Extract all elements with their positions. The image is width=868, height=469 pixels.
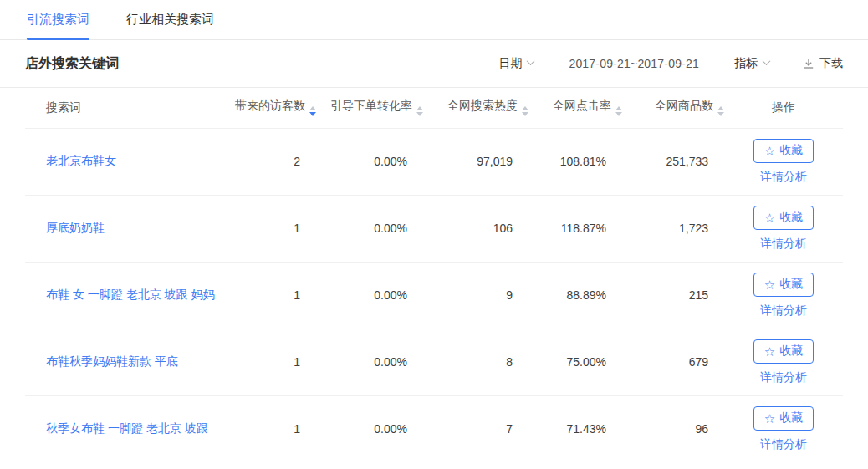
favorite-button[interactable]: ☆ 收藏	[753, 339, 814, 364]
search-heat-value: 9	[423, 262, 528, 329]
search-heat-value: 8	[423, 329, 528, 395]
tab-bar: 引流搜索词 行业相关搜索词	[0, 0, 868, 40]
conversion-rate-value: 0.00%	[316, 262, 423, 329]
page-title: 店外搜索关键词	[25, 55, 119, 73]
keyword-link[interactable]: 布鞋 女 一脚蹬 老北京 坡跟 妈妈	[46, 288, 214, 301]
detail-analysis-link[interactable]: 详情分析	[724, 437, 843, 452]
favorite-button[interactable]: ☆ 收藏	[753, 139, 814, 163]
search-heat-value: 106	[423, 195, 528, 262]
visitors-value: 1	[226, 195, 316, 262]
sort-icon[interactable]	[615, 106, 622, 116]
sort-icon[interactable]	[522, 106, 528, 116]
table-row: 秋季女布鞋 一脚蹬 老北京 坡跟 1 0.00% 7 71.43% 96 ☆ 收…	[25, 395, 843, 462]
sort-icon[interactable]	[309, 106, 316, 116]
product-count-value: 251,733	[622, 128, 724, 195]
click-rate-value: 108.81%	[528, 128, 622, 195]
conversion-rate-value: 0.00%	[316, 329, 423, 395]
conversion-rate-value: 0.00%	[316, 395, 423, 462]
search-heat-value: 97,019	[423, 128, 528, 195]
star-icon: ☆	[764, 278, 775, 291]
product-count-value: 96	[622, 395, 724, 462]
favorite-button[interactable]: ☆ 收藏	[753, 273, 814, 297]
visitors-value: 2	[226, 128, 316, 195]
date-dropdown[interactable]: 日期	[498, 56, 534, 71]
visitors-value: 1	[226, 329, 316, 395]
sort-icon[interactable]	[717, 106, 724, 116]
keyword-link[interactable]: 老北京布鞋女	[46, 154, 116, 167]
star-icon: ☆	[764, 212, 775, 224]
sort-icon[interactable]	[416, 106, 423, 116]
keyword-link[interactable]: 秋季女布鞋 一脚蹬 老北京 坡跟	[46, 421, 208, 435]
col-header-conversion[interactable]: 引导下单转化率	[316, 88, 423, 128]
click-rate-value: 88.89%	[528, 262, 622, 329]
favorite-button[interactable]: ☆ 收藏	[753, 406, 814, 431]
metric-dropdown[interactable]: 指标	[734, 56, 769, 71]
star-icon: ☆	[764, 345, 775, 358]
table-row: 厚底奶奶鞋 1 0.00% 106 118.87% 1,723 ☆ 收藏 详情分…	[25, 195, 843, 262]
product-count-value: 1,723	[622, 195, 724, 262]
toolbar: 日期 2017-09-21~2017-09-21 指标 下载	[498, 56, 843, 71]
click-rate-value: 118.87%	[528, 195, 622, 262]
date-range-value: 2017-09-21~2017-09-21	[569, 57, 699, 70]
col-header-click-rate[interactable]: 全网点击率	[528, 88, 622, 128]
table-row: 布鞋 女 一脚蹬 老北京 坡跟 妈妈 1 0.00% 9 88.89% 215 …	[25, 262, 843, 329]
search-heat-value: 7	[423, 395, 528, 462]
chevron-down-icon	[763, 57, 771, 65]
star-icon: ☆	[764, 412, 775, 425]
favorite-button[interactable]: ☆ 收藏	[753, 206, 814, 230]
star-icon: ☆	[764, 145, 775, 157]
click-rate-value: 71.43%	[528, 395, 622, 462]
table-row: 布鞋秋季妈妈鞋新款 平底 1 0.00% 8 75.00% 679 ☆ 收藏 详…	[25, 329, 843, 395]
product-count-value: 679	[622, 329, 724, 395]
chevron-down-icon	[527, 57, 535, 65]
table-header-row: 搜索词 带来的访客数 引导下单转化率 全网搜索热度 全网点击率 全网商品数 操作	[25, 88, 843, 128]
col-header-action: 操作	[724, 88, 843, 128]
date-dropdown-label: 日期	[498, 56, 522, 71]
download-label: 下载	[819, 56, 843, 71]
keyword-link[interactable]: 布鞋秋季妈妈鞋新款 平底	[46, 354, 178, 368]
tab-traffic-search-words[interactable]: 引流搜索词	[27, 0, 89, 39]
visitors-value: 1	[226, 262, 316, 329]
download-icon	[803, 58, 814, 69]
detail-analysis-link[interactable]: 详情分析	[724, 370, 843, 385]
col-header-search-heat[interactable]: 全网搜索热度	[423, 88, 528, 128]
product-count-value: 215	[622, 262, 724, 329]
download-button[interactable]: 下载	[803, 56, 843, 71]
col-header-product-count[interactable]: 全网商品数	[622, 88, 724, 128]
detail-analysis-link[interactable]: 详情分析	[724, 170, 843, 185]
col-header-visitors[interactable]: 带来的访客数	[226, 88, 316, 128]
conversion-rate-value: 0.00%	[316, 128, 423, 195]
keyword-table: 搜索词 带来的访客数 引导下单转化率 全网搜索热度 全网点击率 全网商品数 操作…	[0, 88, 868, 462]
metric-dropdown-label: 指标	[734, 56, 758, 71]
section-header: 店外搜索关键词 日期 2017-09-21~2017-09-21 指标 下载	[0, 40, 868, 88]
table-row: 老北京布鞋女 2 0.00% 97,019 108.81% 251,733 ☆ …	[25, 128, 843, 195]
visitors-value: 1	[226, 395, 316, 462]
click-rate-value: 75.00%	[528, 329, 622, 395]
keyword-link[interactable]: 厚底奶奶鞋	[46, 221, 105, 234]
col-header-keyword: 搜索词	[25, 88, 226, 128]
detail-analysis-link[interactable]: 详情分析	[724, 303, 843, 319]
conversion-rate-value: 0.00%	[316, 195, 423, 262]
detail-analysis-link[interactable]: 详情分析	[724, 237, 843, 252]
tab-industry-related-search-words[interactable]: 行业相关搜索词	[126, 0, 214, 39]
